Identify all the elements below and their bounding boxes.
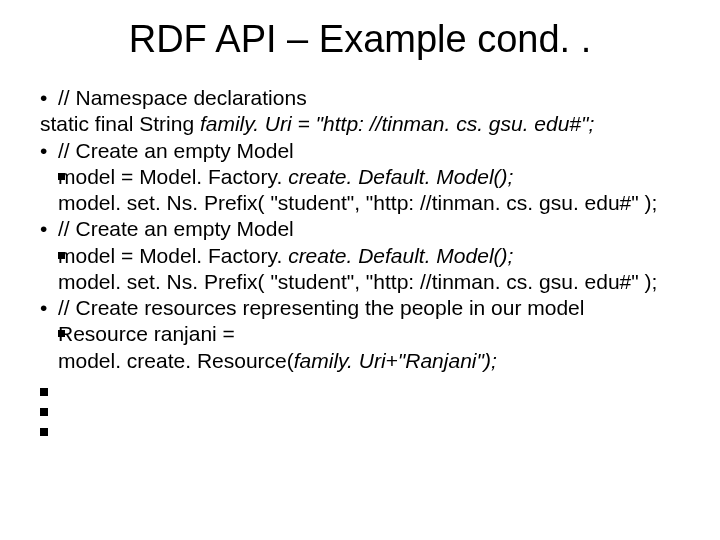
- comment-text: // Create an empty Model: [58, 217, 294, 240]
- comment-text: // Create resources representing the peo…: [58, 296, 584, 319]
- square-bullet-icon: [40, 408, 48, 416]
- slide-title: RDF API – Example cond. .: [40, 18, 680, 61]
- slide-body: // Namespace declarations static final S…: [40, 85, 680, 436]
- code-line: model. create. Resource(family. Uri+"Ran…: [58, 348, 680, 374]
- trailing-bullets: [40, 388, 680, 436]
- bullet-2: // Create an empty Model model = Model. …: [58, 138, 680, 217]
- slide: RDF API – Example cond. . // Namespace d…: [0, 0, 720, 540]
- code-line: model. set. Ns. Prefix( "student", "http…: [58, 190, 680, 216]
- square-bullet-icon: [40, 388, 48, 396]
- bullet-list: // Namespace declarations static final S…: [40, 85, 680, 374]
- square-bullet-icon: [40, 428, 48, 436]
- bullet-3: // Create an empty Model model = Model. …: [58, 216, 680, 295]
- code-line: static final String family. Uri = "http:…: [40, 111, 680, 137]
- code-line: model = Model. Factory. create. Default.…: [58, 243, 680, 269]
- comment-text: // Create an empty Model: [58, 139, 294, 162]
- bullet-4: // Create resources representing the peo…: [58, 295, 680, 374]
- code-line: model. set. Ns. Prefix( "student", "http…: [58, 269, 680, 295]
- bullet-1: // Namespace declarations static final S…: [58, 85, 680, 138]
- comment-text: // Namespace declarations: [58, 86, 307, 109]
- code-line: Resource ranjani =: [58, 321, 680, 347]
- code-line: model = Model. Factory. create. Default.…: [58, 164, 680, 190]
